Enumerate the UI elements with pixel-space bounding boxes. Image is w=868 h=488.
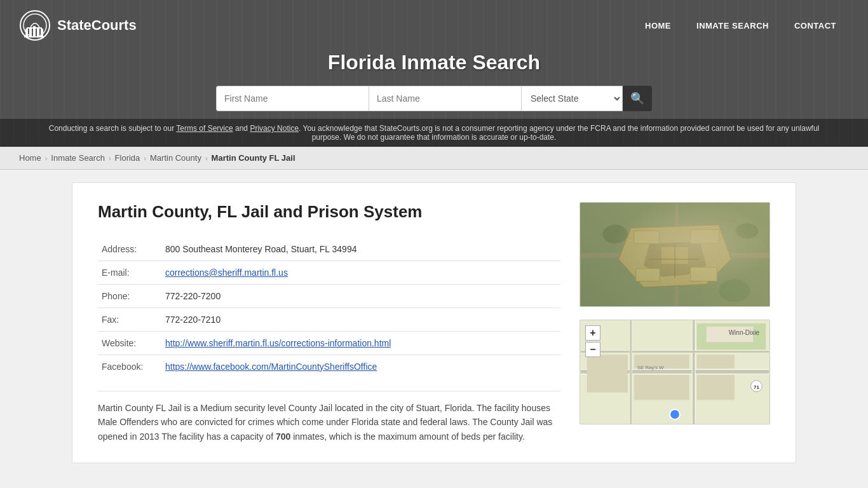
svg-rect-36 — [697, 375, 735, 400]
header-top-bar: StateCourts HOME INMATE SEARCH CONTACT — [0, 0, 868, 51]
svg-marker-13 — [644, 241, 707, 276]
table-row: Phone: 772-220-7200 — [98, 285, 560, 308]
svg-text:SE Ray's W: SE Ray's W — [637, 365, 664, 370]
address-value: 800 Southeast Monterey Road, Stuart, FL … — [161, 238, 560, 261]
website-value: http://www.sheriff.martin.fl.us/correcti… — [161, 332, 560, 355]
svg-rect-6 — [41, 29, 43, 36]
facebook-label: Facebook: — [98, 355, 161, 379]
breadcrumb: Home › Inmate Search › Florida › Martin … — [0, 147, 868, 170]
svg-text:71: 71 — [754, 384, 759, 390]
table-row: Address: 800 Southeast Monterey Road, St… — [98, 238, 560, 261]
search-button[interactable]: 🔍 — [623, 86, 652, 111]
disclaimer-bar: Conducting a search is subject to our Te… — [0, 119, 868, 147]
email-link[interactable]: corrections@sheriff.martin.fl.us — [165, 268, 288, 278]
search-bar: Select State Florida Alabama Georgia 🔍 — [0, 79, 868, 119]
map-zoom-in-button[interactable]: + — [585, 325, 600, 341]
svg-point-22 — [719, 280, 750, 302]
svg-point-21 — [602, 225, 628, 244]
breadcrumb-sep-1: › — [45, 154, 48, 162]
header: StateCourts HOME INMATE SEARCH CONTACT F… — [0, 0, 868, 147]
table-row: E-mail: corrections@sheriff.martin.fl.us — [98, 261, 560, 285]
svg-rect-15 — [691, 229, 719, 243]
svg-rect-37 — [587, 355, 628, 392]
svg-rect-16 — [636, 269, 660, 281]
facility-title: Martin County, FL Jail and Prison System — [98, 202, 560, 222]
facility-aerial-svg — [580, 203, 770, 306]
svg-rect-17 — [691, 268, 717, 281]
svg-rect-10 — [581, 253, 769, 258]
fax-label: Fax: — [98, 308, 161, 332]
capacity-value: 700 — [276, 431, 290, 442]
breadcrumb-sep-3: › — [144, 154, 146, 162]
nav-inmate-search[interactable]: INMATE SEARCH — [684, 0, 782, 51]
main-nav: HOME INMATE SEARCH CONTACT — [632, 0, 849, 51]
svg-rect-9 — [581, 203, 769, 306]
nav-home[interactable]: HOME — [632, 0, 684, 51]
info-table: Address: 800 Southeast Monterey Road, St… — [98, 238, 560, 378]
svg-rect-3 — [29, 27, 32, 36]
breadcrumb-current: Martin County FL Jail — [212, 153, 295, 163]
map-zoom-controls: + − — [585, 325, 600, 357]
breadcrumb-martin-county[interactable]: Martin County — [150, 153, 201, 163]
svg-point-23 — [736, 224, 759, 239]
breadcrumb-sep-4: › — [205, 154, 208, 162]
state-select[interactable]: Select State Florida Alabama Georgia — [521, 86, 623, 111]
svg-rect-2 — [25, 29, 28, 36]
email-label: E-mail: — [98, 261, 161, 285]
nav-contact[interactable]: CONTACT — [782, 0, 849, 51]
table-row: Facebook: https://www.facebook.com/Marti… — [98, 355, 560, 379]
svg-point-40 — [670, 409, 680, 419]
svg-rect-11 — [675, 203, 679, 306]
table-row: Fax: 772-220-7210 — [98, 308, 560, 332]
map-zoom-out-button[interactable]: − — [585, 342, 600, 357]
phone-label: Phone: — [98, 285, 161, 308]
content-right: SE Ray's W 71 + − Winn-Dixie — [580, 202, 770, 444]
svg-rect-5 — [37, 27, 39, 36]
header-title-area: Florida Inmate Search — [0, 51, 868, 79]
svg-rect-7 — [24, 36, 44, 37]
map-label-winn-dixie: Winn-Dixie — [729, 329, 759, 336]
address-label: Address: — [98, 238, 161, 261]
first-name-input[interactable] — [216, 86, 369, 111]
search-icon: 🔍 — [630, 92, 644, 105]
page-title: Florida Inmate Search — [0, 51, 868, 74]
facility-photo — [580, 202, 770, 307]
email-value: corrections@sheriff.martin.fl.us — [161, 261, 560, 285]
breadcrumb-florida[interactable]: Florida — [115, 153, 140, 163]
facebook-value: https://www.facebook.com/MartinCountyShe… — [161, 355, 560, 379]
logo-text: StateCourts — [57, 17, 137, 34]
breadcrumb-inmate-search[interactable]: Inmate Search — [51, 153, 105, 163]
content-card: Martin County, FL Jail and Prison System… — [72, 182, 796, 463]
website-label: Website: — [98, 332, 161, 355]
terms-link[interactable]: Terms of Service — [176, 124, 233, 133]
map-container[interactable]: SE Ray's W 71 + − Winn-Dixie — [580, 320, 770, 424]
last-name-input[interactable] — [369, 86, 521, 111]
logo-icon — [19, 10, 51, 41]
breadcrumb-sep-2: › — [109, 154, 111, 162]
logo-link[interactable]: StateCourts — [19, 10, 137, 41]
content-left: Martin County, FL Jail and Prison System… — [98, 202, 560, 444]
facebook-link[interactable]: https://www.facebook.com/MartinCountyShe… — [165, 362, 377, 372]
svg-rect-8 — [27, 27, 42, 29]
fax-value: 772-220-7210 — [161, 308, 560, 332]
website-link[interactable]: http://www.sheriff.martin.fl.us/correcti… — [165, 338, 391, 348]
breadcrumb-home[interactable]: Home — [19, 153, 41, 163]
privacy-link[interactable]: Privacy Notice — [250, 124, 299, 133]
main-content: Martin County, FL Jail and Prison System… — [53, 170, 815, 476]
svg-rect-14 — [634, 231, 660, 243]
content-layout: Martin County, FL Jail and Prison System… — [98, 202, 770, 444]
svg-rect-35 — [697, 355, 735, 369]
phone-value: 772-220-7200 — [161, 285, 560, 308]
table-row: Website: http://www.sheriff.martin.fl.us… — [98, 332, 560, 355]
svg-rect-34 — [634, 375, 689, 400]
svg-rect-18 — [661, 247, 688, 264]
svg-marker-12 — [618, 225, 731, 288]
facility-description: Martin County FL Jail is a Medium securi… — [98, 391, 560, 444]
